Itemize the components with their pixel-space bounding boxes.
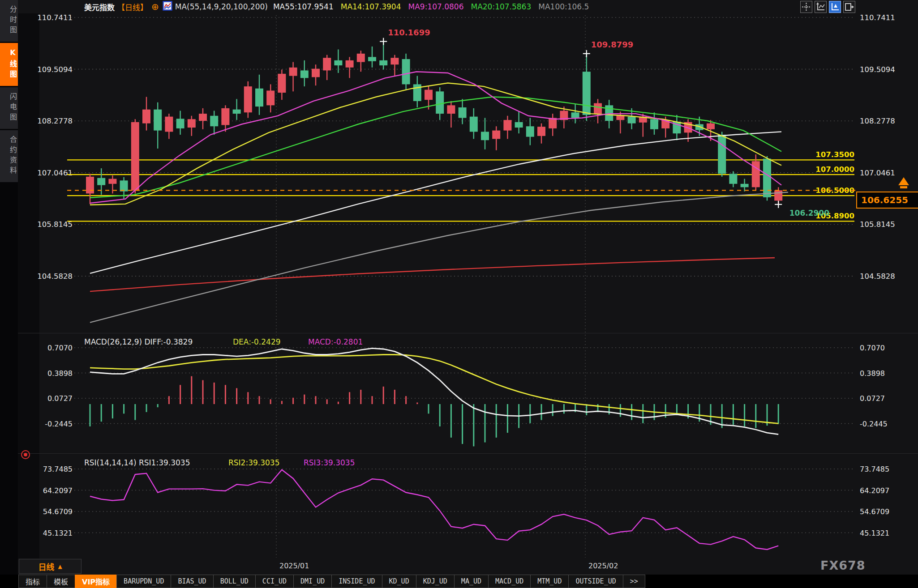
level-label: 107.3500: [815, 150, 854, 159]
candle: [583, 72, 591, 115]
tab-MACD_UD[interactable]: MACD_UD: [488, 575, 531, 588]
candle: [334, 60, 342, 65]
ma-line-MA9: [90, 72, 781, 203]
rsi-axis-label-left: 54.6709: [43, 507, 73, 516]
candle: [774, 190, 782, 200]
macd-header: DEA:-0.2429: [233, 337, 281, 346]
rsi-axis-label-left: 45.1321: [43, 529, 73, 537]
candle: [346, 60, 354, 68]
date-label: 2025/01: [279, 562, 309, 570]
tab->>[interactable]: >>: [623, 575, 645, 588]
tab-INSIDE_UD[interactable]: INSIDE_UD: [331, 575, 382, 588]
candle: [188, 119, 196, 128]
axis-left-icon[interactable]: [815, 1, 827, 13]
tab-BARUPDN_UD[interactable]: BARUPDN_UD: [116, 575, 171, 588]
axis-right-icon-active[interactable]: [829, 1, 841, 13]
macd-dea-line: [90, 355, 778, 424]
time-axis-row: 日线 ▲ FX678 2025/012025/02: [18, 558, 918, 575]
sidebar-item-合约资料[interactable]: 合约资料: [0, 130, 18, 182]
candle: [436, 91, 444, 114]
chart-type-icon[interactable]: [163, 1, 172, 13]
ma-value: MA20:107.5863: [471, 2, 531, 11]
chart-header: 美元指数 【日线】 ⊕ MA(55,14,9,20,100,200) MA55:…: [18, 0, 918, 13]
price-axis-label-left: 110.7411: [37, 13, 73, 22]
macd-axis-label-right: 0.0727: [860, 394, 885, 403]
candle: [379, 60, 387, 65]
tab-模板[interactable]: 模板: [47, 575, 75, 588]
candle: [131, 122, 139, 191]
candle: [97, 178, 105, 185]
price-axis-label-left: 108.2778: [37, 117, 73, 125]
price-axis-label-right: 110.7411: [860, 13, 895, 22]
sidebar-item-闪电图[interactable]: 闪电图: [0, 87, 18, 129]
date-label: 2025/02: [588, 562, 618, 570]
candle: [120, 180, 128, 191]
tab-KD_UD[interactable]: KD_UD: [382, 575, 416, 588]
candle: [244, 86, 252, 112]
ma-values: MA55:107.9541MA14:107.3904MA9:107.0806MA…: [273, 2, 596, 11]
price-axis-label-left: 107.0461: [37, 169, 73, 177]
rsi-header: RSI3:39.3035: [304, 458, 355, 467]
price-axis-label-right: 107.0461: [860, 169, 895, 177]
rsi-axis-label-left: 64.2097: [43, 486, 73, 495]
period-selector[interactable]: 日线 ▲: [19, 559, 82, 574]
period-label: 日线: [38, 561, 54, 572]
candle: [526, 126, 534, 136]
ma-value: MA55:107.9541: [273, 2, 334, 11]
tab-OUTSIDE_UD[interactable]: OUTSIDE_UD: [568, 575, 623, 588]
tab-DMI_UD[interactable]: DMI_UD: [293, 575, 332, 588]
candle: [741, 184, 749, 187]
candle: [425, 90, 433, 100]
low-price-label: 106.2900: [789, 209, 829, 217]
ma-group-label: MA(55,14,9,20,100,200): [175, 2, 268, 11]
sidebar: 分时图K线图闪电图合约资料: [0, 0, 18, 588]
tab-CCI_UD[interactable]: CCI_UD: [255, 575, 294, 588]
target-crosshair-icon[interactable]: ⊕: [151, 1, 159, 12]
tab-MTM_UD[interactable]: MTM_UD: [530, 575, 569, 588]
chart-area[interactable]: 110.7411110.7411109.5094109.5094108.2778…: [0, 0, 918, 558]
candle: [503, 120, 511, 130]
chart-toolbar: [800, 1, 855, 13]
candle: [752, 161, 760, 187]
candle: [368, 57, 376, 61]
pane-shift-icon[interactable]: [843, 1, 855, 13]
price-axis-label-left: 104.5828: [37, 272, 73, 281]
rsi-axis-label-right: 54.6709: [860, 507, 889, 516]
crosshair-move-icon[interactable]: [800, 1, 812, 13]
price-flag-icon: [897, 176, 914, 193]
ma-line-MA200: [90, 258, 775, 291]
current-price-box: 106.6255: [856, 192, 918, 209]
candle: [515, 122, 523, 128]
macd-axis-label-right: 0.3898: [860, 369, 885, 378]
ma-value: MA9:107.0806: [408, 2, 464, 11]
rsi-target-icon[interactable]: [21, 450, 30, 459]
candle: [763, 159, 771, 197]
chevron-up-icon: ▲: [58, 563, 62, 570]
indicator-tabbar: 指标模板VIP指标BARUPDN_UDBIAS_UDBOLL_UDCCI_UDD…: [0, 575, 918, 588]
rsi-header: RSI(14,14,14) RSI1:39.3035: [84, 458, 190, 467]
ma-line-MA55: [90, 132, 781, 273]
price-axis-label-right: 108.2778: [860, 117, 895, 125]
rsi-line: [90, 470, 778, 550]
period-tag[interactable]: 【日线】: [117, 1, 148, 13]
sidebar-item-分时图[interactable]: 分时图: [0, 0, 18, 42]
candle: [142, 110, 150, 124]
sidebar-item-K线图[interactable]: K线图: [0, 43, 18, 86]
price-annotation: 110.1699: [388, 28, 430, 37]
trading-app: 110.7411110.7411109.5094109.5094108.2778…: [0, 0, 918, 588]
tab-BOLL_UD[interactable]: BOLL_UD: [213, 575, 256, 588]
tab-VIP指标[interactable]: VIP指标: [75, 575, 117, 588]
rsi-axis-label-right: 73.7485: [860, 465, 889, 473]
price-axis-label-right: 109.5094: [860, 65, 895, 74]
candle: [571, 112, 579, 118]
tab-MA_UD[interactable]: MA_UD: [454, 575, 489, 588]
candle: [650, 119, 658, 129]
candle: [108, 179, 116, 184]
tab-BIAS_UD[interactable]: BIAS_UD: [171, 575, 213, 588]
candle: [154, 110, 162, 131]
macd-header: MACD(26,12,9) DIFF:-0.3829: [84, 337, 193, 346]
tab-KDJ_UD[interactable]: KDJ_UD: [416, 575, 455, 588]
candle: [492, 131, 500, 139]
tab-指标[interactable]: 指标: [18, 575, 47, 588]
candle: [255, 89, 263, 107]
